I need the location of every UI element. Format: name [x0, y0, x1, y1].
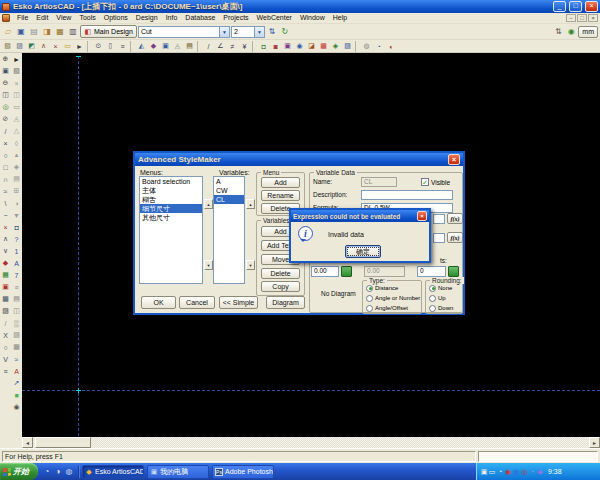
tool-icon[interactable]: ∩	[1, 173, 11, 185]
tray-icon[interactable]: ◔	[528, 466, 536, 478]
toolbar-icon[interactable]	[130, 41, 134, 52]
variables-list-item[interactable]: CL	[214, 195, 244, 204]
variables-listbox[interactable]: ACWCL	[213, 176, 245, 284]
tool-icon[interactable]: ≈	[12, 353, 22, 365]
tool-icon[interactable]: ▨	[1, 305, 11, 317]
tool-icon[interactable]: ×	[12, 77, 22, 89]
toolbar-icon[interactable]: ▩	[318, 41, 329, 52]
toolbar-icon[interactable]: ▤	[28, 26, 40, 38]
toolbar-icon[interactable]: ↻	[279, 26, 291, 38]
tray-icon[interactable]: ◍	[512, 466, 520, 478]
error-ok-button[interactable]: 确定	[345, 245, 381, 258]
toolbar-icon[interactable]: ▨	[14, 41, 25, 52]
tool-icon[interactable]: ◑	[12, 197, 22, 209]
tool-icon[interactable]: ◫	[12, 305, 22, 317]
menu-item[interactable]: Tools	[75, 13, 99, 23]
tool-icon[interactable]: ▒	[12, 317, 22, 329]
tool-icon[interactable]: □	[1, 161, 11, 173]
menu-rename-button[interactable]: Rename	[261, 190, 300, 201]
simple-button[interactable]: << Simple	[219, 296, 258, 309]
toolbar-icon[interactable]: ◨	[41, 26, 53, 38]
menu-item[interactable]: Design	[132, 13, 162, 23]
toolbar-icon[interactable]: ▭	[62, 41, 73, 52]
menu-item[interactable]: View	[52, 13, 75, 23]
toolbar-icon[interactable]	[355, 41, 359, 52]
toolbar-icon[interactable]	[87, 41, 91, 52]
variables-list-item[interactable]: A	[214, 177, 244, 186]
tool-icon[interactable]: ▣	[1, 281, 11, 293]
tool-icon[interactable]: 1	[12, 245, 22, 257]
toolbar-icon[interactable]: ▦	[54, 26, 66, 38]
tool-icon[interactable]: ≡	[12, 281, 22, 293]
min-fx-button[interactable]: f(x)	[447, 213, 463, 224]
toolbar-icon[interactable]: ×	[50, 41, 61, 52]
tray-icon[interactable]: ▣	[480, 466, 488, 478]
menu-item[interactable]: File	[13, 13, 32, 23]
menu-add-button[interactable]: Add	[261, 177, 300, 188]
tool-icon[interactable]: ⊖	[1, 77, 11, 89]
scroll-left-button[interactable]: ◄	[22, 437, 33, 448]
toolbar-icon[interactable]: ▥	[67, 26, 79, 38]
horizontal-scrollbar[interactable]: ◄ ►	[22, 437, 600, 448]
type-radio[interactable]: Angle/Offset	[366, 303, 420, 313]
variables-list-item[interactable]: CW	[214, 186, 244, 195]
max-fx-button[interactable]: f(x)	[447, 232, 463, 243]
mdi-restore-button[interactable]: □	[577, 14, 587, 22]
toolbar-icon[interactable]: ◪	[306, 41, 317, 52]
tool-icon[interactable]: ▭	[12, 101, 22, 113]
tool-icon[interactable]: ◈	[12, 161, 22, 173]
tool-icon[interactable]: /	[1, 317, 11, 329]
toolbar-icon[interactable]: ▱	[2, 26, 14, 38]
rounding-radio[interactable]: Down	[429, 303, 453, 313]
scrollbar-thumb[interactable]	[35, 437, 91, 448]
variables-move-up-button[interactable]: ▲	[246, 199, 255, 209]
tool-icon[interactable]: ▨	[12, 329, 22, 341]
visible-checkbox[interactable]: ✓ Visible	[421, 178, 450, 186]
toolbar-icon[interactable]: ◔	[373, 41, 384, 52]
main-design-button[interactable]: ◧ Main Design	[80, 25, 137, 38]
toolbar-icon[interactable]: ►	[74, 41, 85, 52]
tool-icon[interactable]: ∨	[1, 245, 11, 257]
menu-item[interactable]: Info	[162, 13, 182, 23]
menu-item[interactable]: Edit	[32, 13, 52, 23]
toolbar-icon[interactable]: ▣	[282, 41, 293, 52]
stylemaker-close-button[interactable]: ×	[448, 154, 460, 165]
tool-icon[interactable]: A	[12, 257, 22, 269]
units-button[interactable]: mm	[578, 26, 598, 38]
tool-icon[interactable]: ○	[1, 149, 11, 161]
toolbar-icon[interactable]: ▯	[105, 41, 116, 52]
tool-icon[interactable]: △	[12, 125, 22, 137]
start-button[interactable]: 开始	[0, 463, 38, 480]
toolbar-icon[interactable]: ▣	[15, 26, 27, 38]
toolbar-icon[interactable]: ≡	[117, 41, 128, 52]
variable-copy-button[interactable]: Copy	[261, 281, 300, 292]
tool-icon[interactable]: ■	[12, 389, 22, 401]
toolbar-icon[interactable]: ◉	[294, 41, 305, 52]
toolbar-icon[interactable]: ∧	[38, 41, 49, 52]
menus-list-item[interactable]: 其他尺寸	[140, 213, 202, 222]
toolbar-icon[interactable]: ◍	[361, 41, 372, 52]
tool-icon[interactable]: ▣	[1, 65, 11, 77]
minimize-button[interactable]: _	[553, 1, 566, 12]
menus-move-up-button[interactable]: ▲	[204, 199, 213, 209]
menus-listbox[interactable]: Board selection主体糊舌细节尺寸其他尺寸	[139, 176, 203, 284]
min-value-field[interactable]	[433, 214, 445, 224]
chevron-down-icon[interactable]: ▼	[254, 27, 264, 37]
rounding-radio[interactable]: None	[429, 283, 453, 293]
tool-icon[interactable]: ⊘	[1, 113, 11, 125]
tool-icon[interactable]: ▩	[12, 341, 22, 353]
tool-icon[interactable]: V	[1, 353, 11, 365]
toolbar-icon[interactable]: ¥	[239, 41, 250, 52]
tray-icon[interactable]: ◉	[504, 466, 512, 478]
tool-icon[interactable]: ◉	[12, 401, 22, 413]
tool-icon[interactable]: 7	[12, 269, 22, 281]
ok-button[interactable]: OK	[141, 296, 176, 309]
toolbar-icon[interactable]: ▧	[2, 41, 13, 52]
taskbar-task-my-computer[interactable]: ▣ 我的电脑	[147, 465, 209, 479]
tray-icon[interactable]: ◈	[536, 466, 544, 478]
tool-icon[interactable]: ○	[1, 341, 11, 353]
rounding-radio[interactable]: Up	[429, 293, 453, 303]
menu-item[interactable]: Projects	[219, 13, 252, 23]
tool-icon[interactable]: ?	[12, 233, 22, 245]
scroll-right-button[interactable]: ►	[589, 437, 600, 448]
